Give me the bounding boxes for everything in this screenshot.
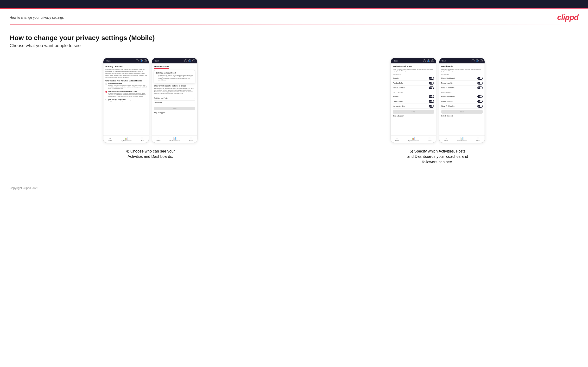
save-button-2[interactable]: Save (154, 107, 195, 110)
toggle-c-workon[interactable]: ON (477, 86, 483, 89)
footer-text: Copyright Clippd 2022 (10, 186, 38, 190)
toggle-label-f-player: Player Dashboard (441, 96, 455, 97)
toggle-coaches-player-dash[interactable]: Player Dashboard ON (441, 76, 483, 81)
toggle-coaches-drills[interactable]: Practice Drills ON (393, 81, 434, 85)
dashboards-desc: Select the dashboards that you'd like to… (441, 68, 483, 72)
help-support-4: Help & Support (441, 115, 483, 117)
nav-home-4[interactable]: ⌂ Home (444, 137, 448, 142)
back-button-1[interactable]: ‹ < BackBack (105, 60, 110, 62)
toggle-c-insights[interactable]: ON (477, 82, 483, 84)
nav-performance-3[interactable]: 📊 My Performance (408, 137, 419, 142)
nav-menu-label-3: Menu (428, 140, 432, 142)
header: How to change your privacy settings clip… (0, 9, 588, 24)
nav-home-label-4: Home (444, 140, 448, 141)
help-support-3: Help & Support (393, 115, 434, 117)
chart-icon-4: 📊 (460, 137, 464, 140)
toggle-followers-work-on[interactable]: What To Work On ON (441, 104, 483, 108)
nav-performance-label-2: My Performance (170, 140, 180, 142)
settings-icon-3[interactable]: ⚙ (431, 59, 434, 62)
phone-bottomnav-4: ⌂ Home 📊 My Performance ☰ Menu (439, 135, 484, 143)
settings-icon[interactable]: ⚙ (144, 59, 147, 62)
privacy-controls-title: Privacy Controls (105, 65, 147, 68)
nav-home-label-3: Home (395, 140, 399, 141)
toggle-f-manual[interactable]: ON (429, 105, 434, 108)
nav-home-3[interactable]: ⌂ Home (395, 137, 399, 142)
toggle-c-drills[interactable]: ON (429, 82, 434, 84)
toggle-f-player[interactable]: ON (477, 95, 483, 98)
back-button-3[interactable]: ‹ Back (393, 60, 398, 62)
radio-approved[interactable]: Only Approved Followers and Your Coach O… (105, 91, 147, 97)
profile-icon-4[interactable]: 👤 (476, 59, 479, 62)
toggle-followers-round-insights[interactable]: Round Insights ON (441, 99, 483, 104)
toggle-coaches-work-on[interactable]: What To Work On ON (441, 85, 483, 90)
toggle-followers-drills[interactable]: Practice Drills ON (393, 99, 434, 104)
top-bar-accent (0, 8, 588, 9)
nav-menu-2[interactable]: ☰ Menu (189, 137, 193, 142)
screenshot-group-1: ‹ < BackBack ⌕ 👤 ⚙ Privacy Controls Cont… (10, 58, 291, 159)
nav-home-label-2: Home (156, 140, 160, 141)
nav-menu-4[interactable]: ☰ Menu (476, 137, 480, 142)
followers-label-3: FOLLOWERS (393, 92, 434, 93)
popup-title: Only You and Your Coach (156, 72, 193, 74)
menu-icon-3: ☰ (428, 137, 431, 140)
toggle-label-c-workon: What To Work On (441, 87, 455, 89)
dashboards-label: Dashboards (154, 102, 162, 103)
toggle-f-workon[interactable]: ON (477, 105, 483, 108)
toggle-coaches-manual[interactable]: Manual Activities ON (393, 85, 434, 90)
menu-icon: ☰ (141, 137, 144, 140)
nav-home-label-1: Home (108, 140, 112, 141)
toggle-c-manual[interactable]: ON (429, 86, 434, 89)
toggle-label-c-player: Player Dashboard (441, 77, 455, 79)
page-subheading: Choose what you want people to see (10, 43, 578, 48)
show-hide-title: Show or hide specific features in Clippd (154, 85, 195, 87)
radio-everyone-desc: Everyone on Clippd can search for you an… (108, 84, 147, 89)
profile-icon[interactable]: 👤 (140, 59, 143, 62)
nav-performance-4[interactable]: 📊 My Performance (457, 137, 467, 142)
search-icon-4[interactable]: ⌕ (472, 59, 475, 62)
settings-icon-4[interactable]: ⚙ (480, 59, 483, 62)
nav-performance-1[interactable]: 📊 My Performance (121, 137, 131, 142)
nav-home-1[interactable]: ⌂ Home (108, 137, 112, 142)
save-button-4[interactable]: Save (441, 110, 483, 114)
toggle-coaches-round-insights[interactable]: Round Insights ON (441, 81, 483, 85)
toggle-f-drills[interactable]: ON (429, 100, 434, 103)
toggle-label-f-drills: Practice Drills (393, 100, 403, 102)
settings-icon-2[interactable]: ⚙ (192, 59, 195, 62)
toggle-followers-player-dash[interactable]: Player Dashboard ON (441, 94, 483, 99)
back-button-2[interactable]: ‹ Back (154, 60, 159, 62)
phone-icons-1: ⌕ 👤 ⚙ (136, 59, 147, 62)
radio-everyone[interactable]: Everyone on Clippd Everyone on Clippd ca… (105, 83, 147, 89)
activities-posts-label: Activities and Posts (154, 97, 167, 99)
nav-performance-2[interactable]: 📊 My Performance (170, 137, 180, 142)
radio-only-you-desc: Only you and the coaches you connect wit… (108, 100, 133, 102)
search-icon[interactable]: ⌕ (136, 59, 138, 62)
profile-icon-3[interactable]: 👤 (427, 59, 430, 62)
dashboards-row[interactable]: Dashboards › (154, 101, 195, 105)
toggle-c-rounds[interactable]: ON (429, 77, 434, 80)
search-icon-3[interactable]: ⌕ (423, 59, 426, 62)
toggle-c-player[interactable]: ON (477, 77, 483, 80)
radio-only-you[interactable]: Only You and Your Coach Only you and the… (105, 99, 147, 102)
radio-everyone-circle (105, 83, 107, 85)
nav-menu-1[interactable]: ☰ Menu (140, 137, 144, 142)
save-button-3[interactable]: Save (393, 110, 434, 114)
toggle-f-rounds[interactable]: ON (429, 95, 434, 98)
phone-content-1: Privacy Controls Control how you and you… (104, 63, 149, 135)
radio-everyone-label: Everyone on Clippd (108, 83, 147, 84)
phone-topbar-4: ‹ Back ⌕ 👤 ⚙ (439, 58, 484, 63)
phone-content-2: Privacy Controls Only You and Your Coach… (152, 63, 197, 135)
profile-icon-2[interactable]: 👤 (188, 59, 191, 62)
back-button-4[interactable]: ‹ Back (441, 60, 446, 62)
activities-posts-row[interactable]: Activities and Posts › (154, 96, 195, 101)
toggle-followers-rounds[interactable]: Rounds ON (393, 94, 434, 99)
toggle-f-insights[interactable]: ON (477, 100, 483, 103)
toggle-followers-manual[interactable]: Manual Activities ON (393, 104, 434, 108)
search-icon-2[interactable]: ⌕ (184, 59, 187, 62)
phone-bottomnav-2: ⌂ Home 📊 My Performance ☰ Menu (152, 135, 197, 143)
phone-bottomnav-3: ⌂ Home 📊 My Performance ☰ Menu (391, 135, 436, 143)
screenshots-row: ‹ < BackBack ⌕ 👤 ⚙ Privacy Controls Cont… (10, 58, 578, 165)
nav-home-2[interactable]: ⌂ Home (156, 137, 160, 142)
nav-menu-3[interactable]: ☰ Menu (428, 137, 432, 142)
toggle-coaches-rounds[interactable]: Rounds ON (393, 76, 434, 81)
nav-performance-label-4: My Performance (457, 140, 467, 142)
